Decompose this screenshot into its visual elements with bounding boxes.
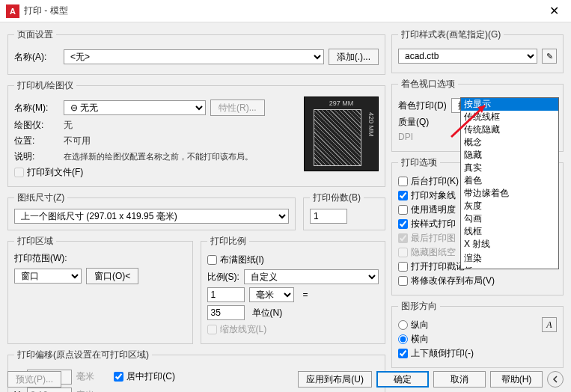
copies-group: 打印份数(B) [303, 192, 385, 230]
printer-legend: 打印机/绘图仪 [14, 79, 76, 92]
orientation-group: 图形方向 A 纵向 横向 上下颠倒打印(-) [391, 300, 564, 368]
plot-stamp-check[interactable] [398, 262, 408, 272]
page-setup-name-select[interactable]: <无> [64, 49, 324, 64]
expand-button[interactable] [547, 371, 564, 388]
shade-option[interactable]: 传统线框 [461, 111, 558, 123]
landscape-radio[interactable] [398, 334, 408, 344]
background-plot-check[interactable] [398, 177, 408, 186]
page-setup-legend: 页面设置 [14, 28, 56, 41]
orientation-icon: A [542, 317, 557, 332]
paper-legend: 图纸尺寸(Z) [14, 192, 67, 204]
paper-preview: 297 MM 420 MM [304, 97, 379, 171]
scale-select[interactable]: 自定义 [244, 269, 379, 284]
plot-range-select[interactable]: 窗口 [14, 269, 82, 284]
offset-legend: 打印偏移(原点设置在可打印区域) [14, 349, 152, 361]
plot-area-group: 打印区域 打印范围(W): 窗口 窗口(O)< [7, 235, 193, 344]
scale-num-input[interactable] [207, 287, 245, 302]
location-label: 位置: [14, 135, 59, 147]
scale-denom-input[interactable] [207, 305, 245, 320]
fit-to-paper-check[interactable] [207, 255, 217, 265]
plot-obj-lw-check[interactable] [398, 191, 408, 200]
plot-style-group: 打印样式表(画笔指定)(G) acad.ctb ✎ [391, 28, 564, 73]
save-layout-check[interactable] [398, 276, 408, 286]
help-button[interactable]: 帮助(H) [490, 371, 543, 388]
properties-button[interactable]: 特性(R)... [210, 99, 265, 116]
shade-option[interactable]: 按显示 [461, 98, 558, 111]
plot-scale-group: 打印比例 布满图纸(I) 比例(S): 自定义 毫米 = 单位(N) 缩放线宽(… [201, 235, 386, 344]
shade-option[interactable]: 概念 [461, 136, 558, 149]
paper-size-group: 图纸尺寸(Z) 上一个图纸尺寸 (297.01 x 419.95 毫米) [7, 192, 296, 230]
printer-name-label: 名称(M): [14, 102, 59, 114]
preview-button[interactable]: 预览(P)... [7, 371, 61, 388]
app-icon: A [6, 4, 19, 18]
hide-vp-check [398, 248, 408, 257]
copies-input[interactable] [310, 209, 347, 224]
scale-legend: 打印比例 [207, 235, 249, 248]
close-button[interactable]: ✕ [543, 2, 565, 20]
scale-lineweight-check [207, 325, 217, 334]
shade-option[interactable]: 传统隐藏 [461, 123, 558, 136]
transparency-check[interactable] [398, 205, 408, 215]
printer-name-select[interactable]: ⊖ 无无 [64, 100, 206, 115]
edit-style-button[interactable]: ✎ [542, 49, 557, 64]
chevron-left-icon [552, 376, 559, 383]
shade-option[interactable]: X 射线 [461, 238, 558, 251]
shade-option[interactable]: 隐藏 [461, 149, 558, 162]
shade-option[interactable]: 线框 [461, 225, 558, 238]
apply-to-layout-button[interactable]: 应用到布局(U) [298, 371, 372, 388]
window-title: 打印 - 模型 [24, 4, 543, 17]
shade-option[interactable]: 着色 [461, 174, 558, 187]
name-label: 名称(A): [14, 51, 59, 64]
cancel-button[interactable]: 取消 [433, 371, 486, 388]
plotter-label: 绘图仪: [14, 119, 59, 132]
upside-check[interactable] [398, 349, 408, 358]
window-button[interactable]: 窗口(O)< [86, 268, 138, 284]
shade-option[interactable]: 真实 [461, 162, 558, 174]
area-legend: 打印区域 [14, 235, 56, 248]
print-to-file-check [14, 168, 24, 177]
unit-select[interactable]: 毫米 [249, 287, 294, 302]
shade-option[interactable]: 灰度 [461, 200, 558, 212]
shade-option[interactable]: 低 [461, 265, 558, 269]
shade-option[interactable]: 渲染 [461, 252, 558, 265]
desc-label: 说明: [14, 150, 59, 163]
plot-by-style-check[interactable] [398, 219, 408, 229]
orient-legend: 图形方向 [398, 300, 440, 313]
ok-button[interactable]: 确定 [376, 371, 429, 388]
shaded-legend: 着色视口选项 [398, 78, 458, 91]
portrait-radio[interactable] [398, 320, 408, 330]
shade-option[interactable]: 勾画 [461, 212, 558, 225]
copies-legend: 打印份数(B) [310, 192, 364, 204]
style-legend: 打印样式表(画笔指定)(G) [398, 28, 504, 41]
paper-size-select[interactable]: 上一个图纸尺寸 (297.01 x 419.95 毫米) [14, 209, 289, 224]
offset-y-input [27, 388, 72, 392]
printer-group: 打印机/绘图仪 297 MM 420 MM 名称(M): ⊖ 无无 特性(R).… [7, 79, 385, 187]
options-legend: 打印选项 [398, 156, 440, 169]
last-vp-check [398, 233, 408, 243]
plot-style-select[interactable]: acad.ctb [398, 49, 537, 64]
shade-option[interactable]: 带边缘着色 [461, 187, 558, 200]
page-setup-group: 页面设置 名称(A): <无> 添加(.)... [7, 28, 385, 75]
add-button[interactable]: 添加(.)... [329, 49, 379, 65]
shade-plot-dropdown[interactable]: 按显示传统线框传统隐藏概念隐藏真实着色带边缘着色灰度勾画线框X 射线渲染低中 [460, 97, 559, 269]
